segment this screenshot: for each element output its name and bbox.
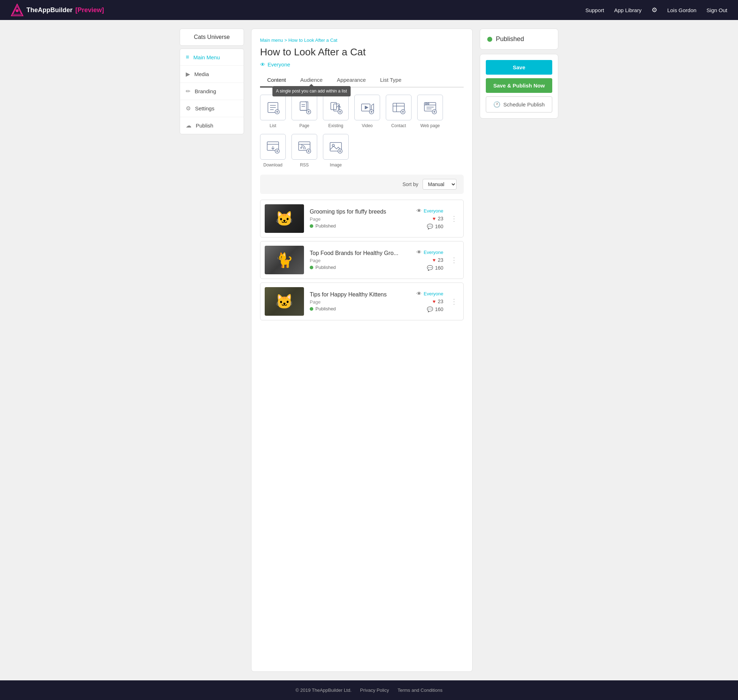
- sidebar-item-media[interactable]: ▶ Media: [180, 66, 244, 83]
- eye-icon: 👁: [417, 208, 421, 213]
- webpage-icon-label: Web page: [420, 123, 440, 128]
- tab-list-type[interactable]: List Type: [373, 73, 409, 87]
- main-container: Cats Universe ≡ Main Menu ▶ Media ✏ Bran…: [172, 20, 566, 680]
- more-menu-button[interactable]: ⋮: [449, 256, 459, 264]
- meta-likes: ♥ 23: [433, 257, 443, 263]
- item-title: Top Food Brands for Healthy Gro...: [310, 250, 411, 256]
- sidebar-item-label: Settings: [195, 105, 214, 112]
- nav-user[interactable]: Lois Gordon: [667, 7, 697, 13]
- page-icon-box: [292, 95, 317, 121]
- nav-app-library[interactable]: App Library: [614, 7, 642, 13]
- schedule-publish-button[interactable]: 🕐 Schedule Publish: [486, 96, 552, 113]
- list-items: Grooming tips for fluffy breeds Page Pub…: [260, 200, 464, 321]
- meta-comments: 💬 160: [427, 265, 443, 271]
- footer-terms[interactable]: Terms and Conditions: [398, 687, 443, 693]
- breadcrumb: Main menu > How to Look After a Cat: [260, 37, 464, 43]
- breadcrumb-current[interactable]: How to Look After a Cat: [288, 37, 337, 43]
- svg-point-2: [16, 9, 19, 12]
- right-panel: Published Save Save & Publish Now 🕐 Sche…: [480, 29, 558, 672]
- breadcrumb-main[interactable]: Main menu: [260, 37, 283, 43]
- item-meta: 👁 Everyone ♥ 23 💬 160: [417, 208, 443, 229]
- image-icon-box: [323, 134, 349, 160]
- sidebar-nav: ≡ Main Menu ▶ Media ✏ Branding ⚙ Setting…: [180, 49, 244, 134]
- icon-item-rss[interactable]: RSS: [292, 134, 317, 168]
- icon-item-page[interactable]: Page: [292, 95, 317, 128]
- header-nav: Support App Library ⚙ Lois Gordon Sign O…: [585, 6, 727, 14]
- nav-sign-out[interactable]: Sign Out: [707, 7, 727, 13]
- icon-item-image[interactable]: Image: [323, 134, 349, 168]
- settings-icon: ⚙: [186, 105, 191, 112]
- icon-item-download[interactable]: Download: [260, 134, 286, 168]
- sort-bar: Sort by Manual Date Title Random: [260, 175, 464, 194]
- item-status: Published: [310, 265, 411, 270]
- action-card: Save Save & Publish Now 🕐 Schedule Publi…: [480, 54, 558, 119]
- logo-text: TheAppBuilder: [27, 6, 72, 14]
- item-thumbnail: [265, 287, 304, 316]
- svg-point-36: [426, 103, 427, 104]
- sidebar-item-branding[interactable]: ✏ Branding: [180, 83, 244, 100]
- meta-likes: ♥ 23: [433, 216, 443, 221]
- footer-copyright: © 2019 TheAppBuilder Ltd.: [295, 687, 352, 693]
- more-menu-button[interactable]: ⋮: [449, 214, 459, 223]
- sidebar-item-publish[interactable]: ☁ Publish: [180, 117, 244, 134]
- icon-item-video[interactable]: Video: [354, 95, 380, 128]
- list-item: Tips for Happy Healthy Kittens Page Publ…: [260, 282, 464, 321]
- sort-label: Sort by: [402, 181, 418, 187]
- nav-support[interactable]: Support: [585, 7, 604, 13]
- meta-audience: 👁 Everyone: [417, 291, 443, 296]
- webpage-icon-box: [417, 95, 443, 121]
- item-thumbnail: [265, 246, 304, 274]
- eye-icon: 👁: [417, 249, 421, 255]
- svg-rect-10: [300, 102, 306, 110]
- cloud-icon: ☁: [186, 122, 191, 129]
- clock-icon: 🕐: [493, 101, 501, 108]
- comment-icon: 💬: [427, 306, 433, 312]
- status-dot: [487, 37, 492, 42]
- tab-content[interactable]: Content: [260, 73, 293, 87]
- icon-item-contact[interactable]: Contact: [386, 95, 411, 128]
- comment-icon: 💬: [427, 224, 433, 229]
- meta-audience: 👁 Everyone: [417, 208, 443, 213]
- sidebar-brand: Cats Universe: [180, 29, 244, 46]
- heart-icon: ♥: [433, 299, 435, 304]
- meta-likes: ♥ 23: [433, 299, 443, 304]
- icon-item-existing[interactable]: Existing: [323, 95, 349, 128]
- meta-comments: 💬 160: [427, 306, 443, 312]
- content-area: Main menu > How to Look After a Cat How …: [251, 29, 473, 672]
- sort-select[interactable]: Manual Date Title Random: [423, 179, 457, 190]
- logo: TheAppBuilder [Preview]: [11, 4, 104, 16]
- logo-icon: [11, 4, 24, 16]
- list-item: Top Food Brands for Healthy Gro... Page …: [260, 241, 464, 279]
- svg-point-37: [427, 103, 429, 104]
- published-dot: [310, 307, 313, 311]
- tab-audience[interactable]: Audience A single post you can add withi…: [293, 73, 330, 87]
- meta-audience: 👁 Everyone: [417, 249, 443, 255]
- rss-icon-box: [292, 134, 317, 160]
- item-type: Page: [310, 216, 411, 222]
- sidebar-item-label: Media: [194, 71, 209, 77]
- tab-appearance[interactable]: Appearance: [330, 73, 373, 87]
- more-menu-button[interactable]: ⋮: [449, 297, 459, 306]
- publish-now-button[interactable]: Save & Publish Now: [486, 78, 552, 93]
- svg-marker-24: [365, 106, 368, 109]
- published-dot: [310, 224, 313, 228]
- save-button[interactable]: Save: [486, 60, 552, 75]
- svg-point-51: [301, 147, 302, 149]
- icon-grid: List Page Existing Video: [260, 95, 464, 168]
- footer-privacy[interactable]: Privacy Policy: [360, 687, 389, 693]
- sidebar-item-label: Branding: [195, 88, 216, 94]
- item-type: Page: [310, 258, 411, 263]
- comment-icon: 💬: [427, 265, 433, 271]
- sidebar-item-main-menu[interactable]: ≡ Main Menu: [180, 49, 244, 66]
- audience-badge[interactable]: 👁 Everyone: [260, 62, 290, 68]
- logo-preview: [Preview]: [75, 6, 104, 14]
- sidebar-item-label: Main Menu: [193, 54, 220, 60]
- contact-icon-label: Contact: [391, 123, 406, 128]
- sidebar-item-settings[interactable]: ⚙ Settings: [180, 100, 244, 117]
- icon-item-webpage[interactable]: Web page: [417, 95, 443, 128]
- status-card: Published: [480, 29, 558, 50]
- existing-icon-label: Existing: [328, 123, 343, 128]
- icon-item-list[interactable]: List: [260, 95, 286, 128]
- page-title: How to Look After a Cat: [260, 46, 464, 58]
- gear-icon[interactable]: ⚙: [651, 6, 657, 14]
